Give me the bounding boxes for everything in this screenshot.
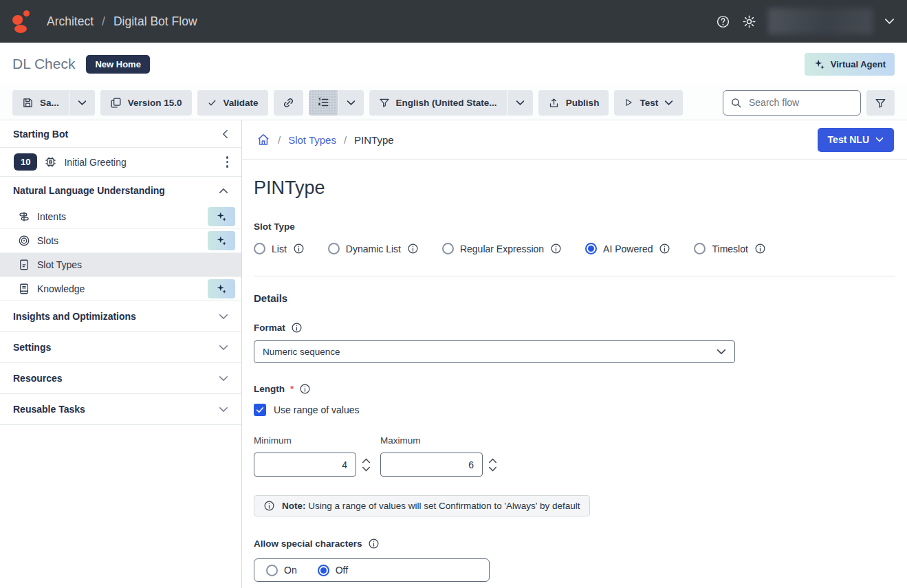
info-icon[interactable] bbox=[407, 243, 419, 254]
info-icon[interactable] bbox=[659, 243, 670, 254]
chevron-down-icon bbox=[219, 314, 228, 320]
test-button[interactable]: Test bbox=[614, 90, 683, 116]
chevron-down-icon[interactable] bbox=[884, 18, 895, 25]
user-account-menu[interactable] bbox=[768, 8, 873, 34]
home-icon[interactable] bbox=[256, 133, 270, 146]
format-select[interactable]: Numeric sequence bbox=[254, 340, 735, 363]
chevron-down-icon bbox=[875, 137, 884, 142]
sidebar-section-resources[interactable]: Resources bbox=[0, 363, 241, 394]
radio-icon[interactable] bbox=[694, 243, 706, 254]
length-label: Length * bbox=[254, 383, 895, 395]
checkbox-checked-icon[interactable] bbox=[254, 404, 266, 416]
info-icon[interactable] bbox=[368, 538, 380, 549]
info-icon[interactable] bbox=[299, 383, 311, 395]
sequence-menu-button[interactable] bbox=[338, 90, 364, 116]
maximum-input[interactable] bbox=[380, 453, 483, 477]
sidebar-section-reusable-tasks[interactable]: Reusable Tasks bbox=[0, 394, 241, 425]
save-icon bbox=[22, 97, 34, 109]
breadcrumb-slot-types-link[interactable]: Slot Types bbox=[288, 134, 336, 146]
help-icon[interactable] bbox=[716, 14, 730, 29]
use-range-checkbox-row[interactable]: Use range of values bbox=[254, 404, 895, 416]
link-button[interactable] bbox=[274, 90, 303, 116]
radio-icon-selected[interactable] bbox=[585, 243, 597, 254]
version-button[interactable]: Version 15.0 bbox=[100, 90, 192, 116]
breadcrumb-separator: / bbox=[102, 14, 105, 29]
radio-icon[interactable] bbox=[266, 565, 278, 576]
radio-icon[interactable] bbox=[328, 243, 340, 254]
nlu-section-header[interactable]: Natural Language Understanding bbox=[0, 177, 241, 204]
minimum-input[interactable] bbox=[254, 453, 356, 477]
slot-type-label: Slot Type bbox=[254, 221, 895, 232]
publish-button[interactable]: Publish bbox=[538, 90, 609, 116]
chevron-down-icon bbox=[219, 375, 228, 382]
sidebar-item-intents[interactable]: Intents bbox=[0, 204, 241, 228]
sidebar-item-slots[interactable]: Slots bbox=[0, 228, 241, 252]
ordered-list-button[interactable] bbox=[309, 90, 338, 116]
chevron-down-icon bbox=[516, 100, 525, 106]
maximum-label: Maximum bbox=[380, 435, 497, 446]
sidebar-item-initial-greeting[interactable]: 10 Initial Greeting bbox=[0, 148, 241, 177]
radio-icon-selected[interactable] bbox=[318, 565, 329, 576]
stepper-down-icon[interactable] bbox=[488, 466, 497, 472]
toggle-option-off[interactable]: Off bbox=[318, 565, 348, 576]
search-flow-input[interactable] bbox=[747, 96, 853, 109]
starting-bot-header[interactable]: Starting Bot bbox=[0, 120, 241, 148]
bot-chip-icon bbox=[44, 155, 57, 168]
gear-icon[interactable] bbox=[742, 14, 756, 29]
toggle-option-on[interactable]: On bbox=[266, 565, 297, 576]
header-actions bbox=[716, 8, 895, 34]
test-nlu-button[interactable]: Test NLU bbox=[818, 128, 894, 152]
radio-icon[interactable] bbox=[254, 243, 265, 254]
sidebar-section-insights[interactable]: Insights and Optimizations bbox=[0, 301, 241, 332]
kebab-menu-icon[interactable] bbox=[222, 153, 233, 171]
info-icon[interactable] bbox=[754, 243, 766, 254]
validate-button[interactable]: Validate bbox=[197, 90, 268, 116]
maximum-stepper bbox=[488, 458, 497, 472]
radio-option-regular-expression[interactable]: Regular Expression bbox=[442, 243, 562, 254]
chevron-down-icon bbox=[219, 345, 228, 351]
ai-generate-slots-button[interactable] bbox=[208, 231, 235, 250]
info-icon[interactable] bbox=[291, 322, 303, 334]
info-icon[interactable] bbox=[293, 243, 305, 254]
sidebar-item-slot-types[interactable]: Slot Types bbox=[0, 252, 241, 276]
stepper-down-icon[interactable] bbox=[362, 466, 371, 472]
sequence-split-button bbox=[309, 90, 364, 116]
virtual-agent-button[interactable]: Virtual Agent bbox=[805, 53, 895, 76]
check-icon bbox=[207, 98, 217, 107]
language-button[interactable]: English (United State... bbox=[369, 90, 507, 116]
sparkle-icon bbox=[216, 283, 227, 294]
save-button[interactable]: Sa... bbox=[12, 90, 69, 116]
toolbar: Sa... Version 15.0 Validate bbox=[0, 85, 907, 120]
radio-option-dynamic-list[interactable]: Dynamic List bbox=[328, 243, 419, 254]
genesys-logo-icon bbox=[12, 9, 30, 34]
ai-generate-knowledge-button[interactable] bbox=[208, 279, 235, 298]
stepper-up-icon[interactable] bbox=[362, 458, 371, 464]
info-icon bbox=[263, 500, 275, 512]
breadcrumb-separator: / bbox=[278, 134, 281, 146]
stepper-up-icon[interactable] bbox=[488, 458, 497, 464]
info-icon[interactable] bbox=[550, 243, 562, 254]
language-menu-button[interactable] bbox=[507, 90, 533, 116]
allow-special-characters-label: Allow special characters bbox=[254, 538, 895, 549]
funnel-icon bbox=[875, 97, 886, 109]
sidebar-section-settings[interactable]: Settings bbox=[0, 332, 241, 363]
ordered-list-icon bbox=[317, 96, 329, 109]
save-menu-button[interactable] bbox=[69, 90, 95, 116]
flow-bar: DL Check New Home Virtual Agent bbox=[0, 43, 907, 85]
radio-option-ai-powered[interactable]: AI Powered bbox=[585, 243, 670, 254]
collapse-sidebar-icon[interactable] bbox=[222, 129, 228, 139]
search-filter-button[interactable] bbox=[866, 90, 895, 116]
radio-option-timeslot[interactable]: Timeslot bbox=[694, 243, 765, 254]
nlu-item-list: Intents Slots bbox=[0, 204, 241, 301]
app-breadcrumb: Architect / Digital Bot Flow bbox=[47, 14, 197, 29]
new-home-badge: New Home bbox=[86, 55, 149, 74]
radio-icon[interactable] bbox=[442, 243, 454, 254]
radio-option-list[interactable]: List bbox=[254, 243, 305, 254]
ai-generate-intents-button[interactable] bbox=[208, 207, 235, 226]
chevron-down-icon bbox=[717, 349, 726, 355]
chevron-down-icon bbox=[664, 100, 673, 106]
sidebar-item-knowledge[interactable]: Knowledge bbox=[0, 276, 241, 301]
page-title: PINType bbox=[254, 177, 895, 199]
chevron-up-icon bbox=[219, 188, 228, 194]
minimum-label: Minimum bbox=[254, 435, 371, 446]
